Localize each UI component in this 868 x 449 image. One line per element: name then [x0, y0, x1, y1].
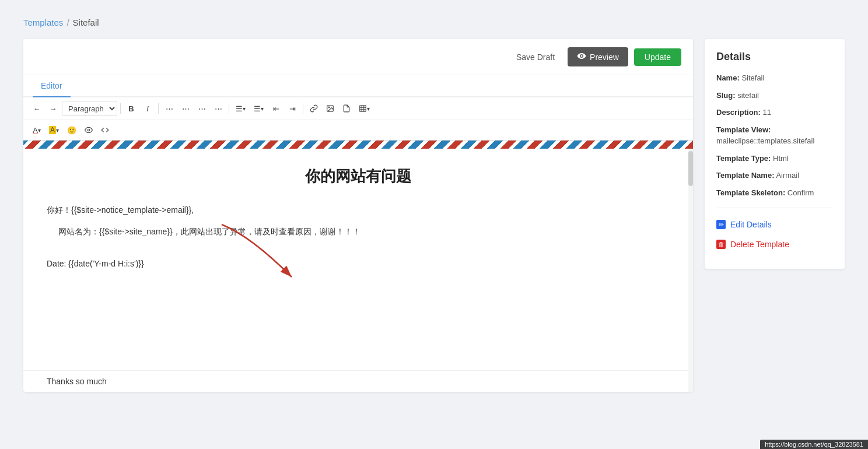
divider-3	[229, 103, 229, 114]
name-value: Sitefail	[741, 73, 764, 82]
detail-template-name: Template Name: Airmail	[716, 170, 833, 181]
highlight-button[interactable]: A ▾	[46, 122, 62, 138]
body-line: 网站名为：{{$site->site_name}}，此网站出现了异常，请及时查看…	[58, 224, 670, 239]
detail-template-view: Template View: maileclipse::templates.si…	[716, 124, 833, 147]
delete-template-button[interactable]: 🗑 Delete Template	[716, 237, 833, 251]
second-toolbar: A ▾ A ▾ 🙂	[23, 120, 693, 141]
align-center-button[interactable]: ⋯	[178, 101, 193, 116]
detail-slug: Slug: sitefail	[716, 90, 833, 101]
tab-editor[interactable]: Editor	[33, 75, 71, 97]
template-skeleton-value: Confirm	[788, 188, 814, 197]
template-view-value: maileclipse::templates.sitefail	[716, 136, 814, 145]
editor-content[interactable]: 你的网站有问题 你好！{{$site->notice_template->ema…	[23, 149, 693, 370]
trash-icon: 🗑	[716, 240, 726, 249]
formatting-toolbar: ← → Paragraph B I ⋯ ⋯ ⋯ ⋯ ☰ ▾ ☰ ▾	[23, 97, 693, 120]
details-title: Details	[716, 51, 833, 63]
edit-label: Edit Details	[730, 220, 772, 229]
svg-point-7	[88, 129, 90, 131]
font-color-button[interactable]: A ▾	[29, 122, 44, 138]
template-type-value: Html	[773, 154, 789, 163]
date-line: Date: {{date('Y-m-d H:i:s')}}	[47, 257, 670, 271]
breadcrumb: Templates / Sitefail	[23, 17, 845, 27]
delete-label: Delete Template	[730, 240, 789, 249]
emoji-button[interactable]: 🙂	[64, 122, 80, 138]
save-draft-button[interactable]: Save Draft	[509, 49, 562, 65]
paragraph-select[interactable]: Paragraph	[62, 101, 117, 116]
file-button[interactable]	[339, 101, 354, 116]
divider-4	[303, 103, 303, 114]
edit-icon: ✏	[716, 220, 726, 229]
code-button[interactable]	[97, 122, 113, 138]
align-left-button[interactable]: ⋯	[162, 101, 177, 116]
email-body: 你好！{{$site->notice_template->email}}, 网站…	[47, 203, 670, 272]
undo-button[interactable]: ←	[29, 101, 44, 116]
align-right-button[interactable]: ⋯	[194, 101, 209, 116]
editor-content-area: 你的网站有问题 你好！{{$site->notice_template->ema…	[23, 149, 693, 392]
link-button[interactable]	[306, 101, 321, 116]
name-label: Name:	[716, 73, 740, 82]
image-button[interactable]	[323, 101, 338, 116]
italic-button[interactable]: I	[140, 101, 155, 116]
slug-label: Slug:	[716, 91, 736, 100]
ordered-list-button[interactable]: ☰ ▾	[250, 101, 267, 116]
align-justify-button[interactable]: ⋯	[211, 101, 226, 116]
status-bar: https://blog.csdn.net/qq_32823581	[760, 440, 868, 449]
template-type-label: Template Type:	[716, 154, 771, 163]
email-footer: Thanks so much	[23, 370, 693, 392]
top-toolbar: Save Draft Preview Update	[23, 39, 693, 75]
svg-rect-2	[360, 106, 366, 112]
description-value: 11	[762, 108, 771, 117]
bold-button[interactable]: B	[124, 101, 139, 116]
detail-template-type: Template Type: Html	[716, 153, 833, 164]
outdent-button[interactable]: ⇤	[268, 101, 284, 116]
breadcrumb-separator: /	[66, 17, 69, 27]
update-button[interactable]: Update	[634, 48, 681, 66]
divider-1	[120, 103, 121, 114]
details-panel: Details Name: Sitefail Slug: sitefail De…	[705, 39, 845, 269]
template-name-value: Airmail	[776, 171, 799, 180]
preview-inline-button[interactable]	[81, 122, 96, 138]
unordered-list-button[interactable]: ☰ ▾	[232, 101, 249, 116]
greeting-line: 你好！{{$site->notice_template->email}},	[47, 203, 670, 218]
table-button[interactable]: ▾	[355, 101, 373, 116]
eye-icon	[577, 51, 586, 62]
detail-template-skeleton: Template Skeleton: Confirm	[716, 187, 833, 199]
template-view-label: Template View:	[716, 125, 771, 134]
details-divider	[716, 208, 833, 208]
detail-description: Description: 11	[716, 107, 833, 118]
svg-point-1	[328, 107, 330, 108]
preview-button[interactable]: Preview	[568, 47, 628, 66]
description-label: Description:	[716, 108, 761, 117]
preview-label: Preview	[590, 52, 619, 62]
editor-tabs: Editor	[23, 75, 693, 97]
email-title: 你的网站有问题	[47, 166, 670, 187]
editor-panel: Save Draft Preview Update Editor ←	[23, 39, 693, 392]
template-name-label: Template Name:	[716, 171, 774, 180]
redo-button[interactable]: →	[46, 101, 61, 116]
template-skeleton-label: Template Skeleton:	[716, 188, 785, 197]
detail-name: Name: Sitefail	[716, 72, 833, 84]
breadcrumb-templates-link[interactable]: Templates	[23, 17, 63, 27]
breadcrumb-current: Sitefail	[73, 17, 99, 27]
edit-details-button[interactable]: ✏ Edit Details	[716, 218, 833, 231]
airmail-border	[23, 141, 693, 149]
slug-value: sitefail	[737, 91, 759, 100]
divider-2	[158, 103, 159, 114]
scrollbar-track	[688, 149, 693, 392]
scrollbar-thumb[interactable]	[688, 151, 693, 186]
indent-button[interactable]: ⇥	[285, 101, 300, 116]
